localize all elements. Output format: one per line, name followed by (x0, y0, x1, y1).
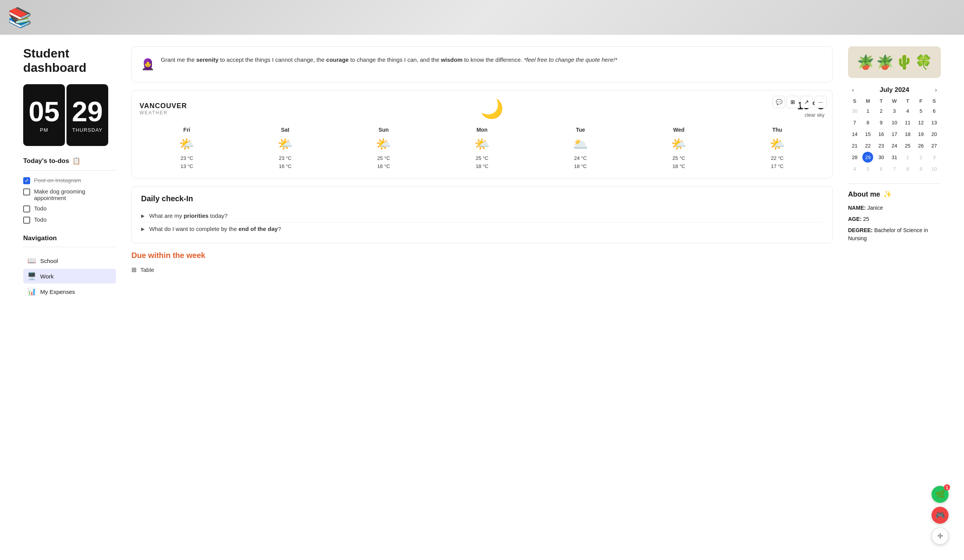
cal-cell[interactable]: 16 (876, 129, 887, 139)
calendar-prev-button[interactable]: ‹ (850, 86, 856, 94)
cal-cell[interactable]: 30 (849, 105, 860, 116)
forecast-temps-tue: 24 °C18 °C (533, 154, 628, 171)
cal-cell[interactable]: 19 (916, 129, 927, 139)
cal-cell[interactable]: 1 (902, 152, 913, 163)
about-name-row: NAME: Janice (848, 204, 941, 212)
forecast-icon-fri: 🌤️ (140, 137, 234, 151)
cal-cell[interactable]: 8 (902, 163, 913, 174)
cal-cell[interactable]: 12 (916, 117, 927, 128)
cal-cell[interactable]: 31 (889, 152, 900, 163)
todos-title-icon: 📋 (72, 157, 80, 165)
forecast-icon-mon: 🌤️ (435, 137, 530, 151)
cal-cell[interactable]: 24 (889, 140, 900, 151)
weather-location-block: VANCOUVER WEATHER (140, 102, 187, 115)
cal-cell[interactable]: 5 (916, 105, 927, 116)
clock-hour-display: 05 (29, 98, 60, 126)
cal-cell[interactable]: 13 (929, 117, 940, 128)
cal-cell-today[interactable]: 29 (862, 152, 873, 163)
left-sidebar: Student dashboard 05 PM 29 THURSDAY Toda… (23, 46, 116, 300)
cal-cell[interactable]: 30 (876, 152, 887, 163)
cal-cell[interactable]: 3 (929, 152, 940, 163)
calendar-week-6: 4 5 6 7 8 9 10 (848, 163, 941, 174)
todo-checkbox-4[interactable] (23, 217, 30, 224)
cal-cell[interactable]: 25 (902, 140, 913, 151)
table-item[interactable]: ⊞ Table (131, 266, 833, 273)
cal-header-s2: S (928, 98, 941, 104)
checkin-section-title: Daily check-In (141, 194, 823, 203)
cal-cell[interactable]: 9 (876, 117, 887, 128)
cal-cell[interactable]: 8 (862, 117, 873, 128)
cal-cell[interactable]: 9 (916, 163, 927, 174)
forecast-temps-fri: 23 °C13 °C (140, 154, 234, 171)
cal-cell[interactable]: 7 (889, 163, 900, 174)
sidebar-item-school[interactable]: 📖 School (23, 253, 116, 268)
fab-plus-button[interactable]: ✛ (932, 528, 949, 545)
cal-cell[interactable]: 14 (849, 129, 860, 139)
plant-icon-1: 🪴 (857, 54, 874, 70)
cal-cell[interactable]: 4 (902, 105, 913, 116)
cal-cell[interactable]: 3 (889, 105, 900, 116)
forecast-icon-thu: 🌤️ (730, 137, 824, 151)
cal-cell[interactable]: 6 (929, 105, 940, 116)
todo-checkbox-2[interactable] (23, 188, 30, 195)
about-title-icon: ✨ (883, 190, 892, 199)
forecast-icon-sat: 🌤️ (238, 137, 333, 151)
cal-cell[interactable]: 23 (876, 140, 887, 151)
calendar-next-button[interactable]: › (933, 86, 939, 94)
fab-container: 🌿 🎮 ✛ (932, 486, 949, 545)
about-title: About me ✨ (848, 190, 941, 199)
weather-grid-btn[interactable]: ⊞ (787, 96, 799, 108)
weather-comment-btn[interactable]: 💬 (773, 96, 785, 108)
about-age-value: 25 (862, 216, 869, 222)
cal-cell[interactable]: 18 (902, 129, 913, 139)
cal-cell[interactable]: 15 (862, 129, 873, 139)
todo-text-2: Make dog grooming appointment (34, 188, 116, 201)
cal-cell[interactable]: 27 (929, 140, 940, 151)
forecast-day-sat: Sat 🌤️ 23 °C16 °C (238, 127, 333, 171)
cal-cell[interactable]: 10 (889, 117, 900, 128)
sidebar-item-work[interactable]: 🖥️ Work (23, 269, 116, 283)
plants-banner: 🪴 🪴 🌵 🍀 (848, 46, 941, 78)
cal-cell[interactable]: 2 (876, 105, 887, 116)
nav-title: Navigation (23, 234, 116, 242)
calendar-month-title: July 2024 (880, 86, 909, 94)
header-banner: 📚 (0, 0, 964, 35)
cal-cell[interactable]: 28 (849, 152, 860, 163)
forecast-day-sun: Sun 🌤️ 25 °C16 °C (336, 127, 431, 171)
sidebar-item-expenses[interactable]: 📊 My Expenses (23, 284, 116, 299)
weather-expand-btn[interactable]: ↗ (800, 96, 813, 108)
todo-checkbox-1[interactable] (23, 177, 30, 184)
todo-checkbox-3[interactable] (23, 205, 30, 212)
calendar-grid: S M T W T F S 30 1 2 3 4 5 6 (848, 98, 941, 174)
cal-cell[interactable]: 1 (862, 105, 873, 116)
cal-cell[interactable]: 11 (902, 117, 913, 128)
cal-cell[interactable]: 7 (849, 117, 860, 128)
fab-red-button[interactable]: 🎮 (932, 507, 949, 524)
calendar-week-4: 21 22 23 24 25 26 27 (848, 140, 941, 151)
cal-cell[interactable]: 6 (876, 163, 887, 174)
calendar-widget: ‹ July 2024 › S M T W T F S 30 1 2 (848, 86, 941, 174)
main-container: Student dashboard 05 PM 29 THURSDAY Toda… (0, 35, 964, 311)
checkin-item-1: ▶ What are my priorities today? (141, 209, 823, 222)
cal-cell[interactable]: 21 (849, 140, 860, 151)
cal-cell[interactable]: 26 (916, 140, 927, 151)
cal-cell[interactable]: 17 (889, 129, 900, 139)
cal-cell[interactable]: 22 (862, 140, 873, 151)
calendar-day-headers: S M T W T F S (848, 98, 941, 104)
cal-cell[interactable]: 10 (929, 163, 940, 174)
due-section: Due within the week ⊞ Table (131, 251, 833, 273)
cal-cell[interactable]: 4 (849, 163, 860, 174)
calendar-week-5: 28 29 30 31 1 2 3 (848, 152, 941, 163)
todo-item: Todo (23, 216, 116, 224)
about-name-value: Janice (866, 205, 883, 211)
calendar-header: ‹ July 2024 › (848, 86, 941, 94)
cal-cell[interactable]: 20 (929, 129, 940, 139)
clock-minute-display: 29 (72, 98, 103, 126)
fab-green-button[interactable]: 🌿 (932, 486, 949, 503)
cal-cell[interactable]: 2 (916, 152, 927, 163)
cal-header-m: M (861, 98, 874, 104)
weather-more-btn[interactable]: ··· (814, 96, 827, 108)
weather-header: VANCOUVER WEATHER 🌙 13 °C clear sky (140, 98, 824, 120)
cal-cell[interactable]: 5 (862, 163, 873, 174)
forecast-temps-thu: 22 °C17 °C (730, 154, 824, 171)
